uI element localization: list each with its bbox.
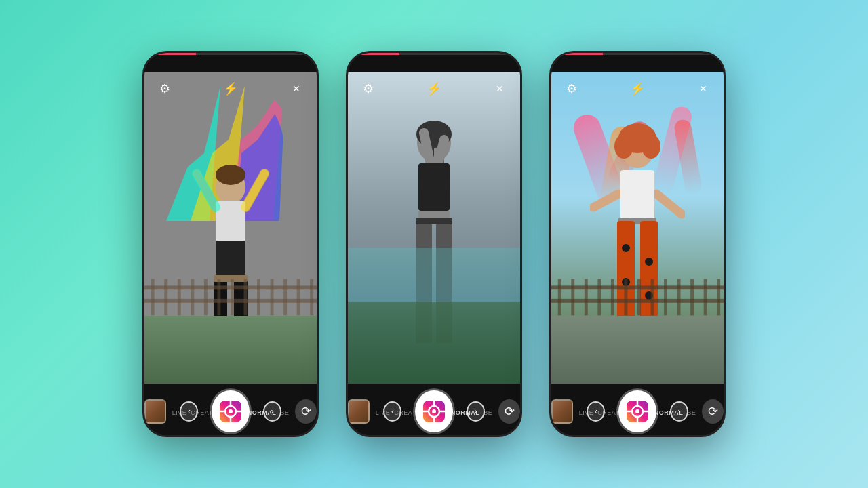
bottom-controls-3: LIVE CREATE REELS NORMAL BE ‹ — [551, 384, 724, 437]
progress-bar-fill-1 — [144, 53, 196, 55]
gallery-thumb-3[interactable] — [551, 399, 573, 424]
flip-camera-3[interactable]: ⟳ — [702, 399, 724, 424]
svg-point-61 — [622, 244, 630, 252]
svg-line-10 — [245, 174, 264, 207]
flash-button-2[interactable] — [425, 79, 443, 98]
svg-rect-16 — [191, 279, 194, 316]
camera-area-2 — [348, 72, 520, 384]
svg-rect-57 — [620, 170, 654, 221]
flash-button-1[interactable] — [221, 79, 240, 98]
close-button-1[interactable] — [287, 79, 306, 98]
phone-notch-2 — [348, 53, 520, 72]
close-button-3[interactable] — [694, 79, 713, 98]
svg-rect-13 — [151, 279, 155, 316]
camera-area-3 — [551, 72, 724, 384]
svg-point-53 — [614, 134, 633, 159]
camera-top-bar-2 — [348, 72, 520, 106]
record-button-1[interactable] — [212, 390, 250, 432]
flip-camera-1[interactable]: ⟳ — [295, 399, 317, 424]
progress-bar-container-3 — [551, 53, 724, 55]
flash-button-3[interactable] — [628, 79, 647, 98]
nav-right-1[interactable]: › — [263, 401, 281, 422]
landscape-1 — [144, 316, 317, 384]
svg-line-9 — [197, 174, 216, 207]
svg-rect-21 — [257, 279, 260, 316]
phone-notch-1 — [144, 53, 317, 72]
svg-rect-74 — [651, 279, 654, 316]
svg-rect-78 — [704, 279, 707, 316]
nav-left-2[interactable]: ‹ — [383, 401, 401, 422]
bottom-controls-1: LIVE CREATE REELS NORMAL BE ‹ — [144, 384, 317, 437]
gear-button-2[interactable] — [359, 79, 378, 98]
svg-rect-15 — [178, 279, 181, 316]
phone-frame-2: LIVE CREATE REELS NORMAL BE ‹ — [346, 51, 522, 437]
gallery-thumb-2[interactable] — [348, 399, 370, 424]
phone-frame-3: LIVE CREATE REELS NORMAL BE ‹ — [549, 51, 726, 437]
phone-frame-1: LIVE CREATE REELS NORMAL BE ‹ — [142, 51, 319, 437]
svg-rect-14 — [164, 279, 167, 316]
svg-point-82 — [635, 409, 639, 413]
gear-button-3[interactable] — [562, 79, 581, 98]
bottom-controls-2: LIVE CREATE REELS NORMAL BE ‹ — [348, 384, 520, 437]
fence-3 — [551, 275, 724, 316]
svg-rect-25 — [310, 279, 313, 316]
svg-rect-20 — [244, 279, 248, 316]
progress-bar-container-2 — [348, 53, 520, 55]
svg-rect-69 — [585, 279, 588, 316]
reels-logo-2 — [423, 401, 445, 422]
reels-logo-1 — [220, 401, 241, 422]
svg-rect-70 — [597, 279, 601, 316]
phone2-background — [348, 72, 520, 384]
progress-bar-container-1 — [144, 53, 317, 55]
svg-point-54 — [642, 134, 660, 159]
svg-rect-22 — [271, 279, 274, 316]
controls-row-3: ‹ — [551, 384, 724, 437]
close-button-2[interactable] — [490, 79, 509, 98]
svg-line-56 — [656, 194, 682, 214]
phone3-background — [551, 72, 724, 384]
gallery-thumb-1[interactable] — [144, 399, 166, 424]
svg-rect-73 — [637, 279, 641, 316]
progress-bar-fill-3 — [551, 53, 603, 55]
record-button-2[interactable] — [415, 390, 453, 432]
svg-point-2 — [216, 165, 245, 185]
nav-right-2[interactable]: › — [467, 401, 485, 422]
record-button-3[interactable] — [618, 390, 656, 432]
trees-bg-2 — [348, 302, 520, 384]
svg-point-46 — [432, 409, 436, 413]
phone-notch-3 — [551, 53, 724, 72]
nav-left-3[interactable]: ‹ — [587, 401, 605, 422]
svg-rect-79 — [717, 279, 720, 316]
svg-rect-17 — [204, 279, 208, 316]
gear-button-1[interactable] — [155, 79, 174, 98]
svg-rect-75 — [664, 279, 667, 316]
progress-bar-fill-2 — [348, 53, 399, 55]
svg-rect-18 — [217, 279, 220, 316]
svg-rect-19 — [231, 279, 234, 316]
svg-rect-24 — [297, 279, 300, 316]
ground-3 — [551, 316, 724, 384]
camera-top-bar-3 — [551, 72, 724, 106]
svg-rect-72 — [624, 279, 627, 316]
fence-1 — [144, 275, 317, 316]
controls-row-1: ‹ — [144, 384, 317, 437]
svg-rect-71 — [611, 279, 614, 316]
svg-rect-39 — [418, 163, 450, 211]
flip-camera-2[interactable]: ⟳ — [498, 399, 520, 424]
svg-rect-77 — [690, 279, 694, 316]
svg-rect-23 — [283, 279, 287, 316]
svg-rect-43 — [416, 218, 452, 224]
svg-point-28 — [229, 409, 233, 413]
nav-right-3[interactable]: › — [670, 401, 688, 422]
svg-rect-67 — [558, 279, 561, 316]
svg-rect-76 — [677, 279, 681, 316]
svg-line-55 — [593, 194, 618, 207]
nav-left-1[interactable]: ‹ — [180, 401, 198, 422]
phone1-background — [144, 72, 317, 384]
camera-area-1 — [144, 72, 317, 384]
camera-top-bar-1 — [144, 72, 317, 106]
svg-point-62 — [645, 258, 653, 266]
controls-row-2: ‹ — [348, 384, 520, 437]
svg-rect-68 — [571, 279, 574, 316]
reels-logo-3 — [627, 401, 648, 422]
